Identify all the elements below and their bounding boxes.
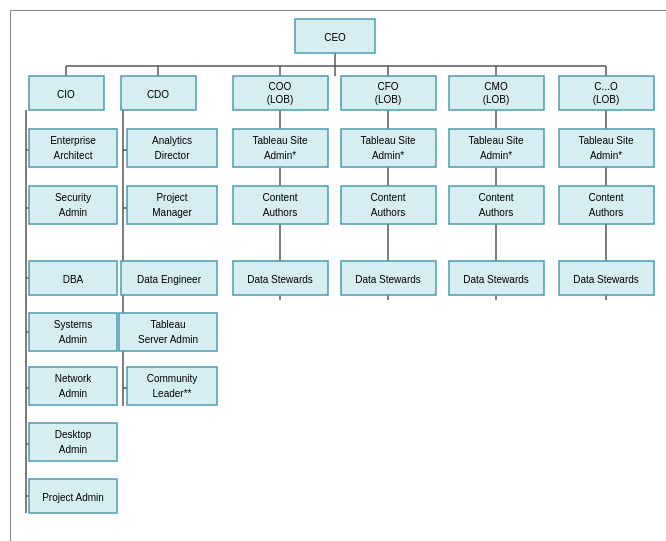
data-stewards-cfo-label: Data Stewards [355,274,421,285]
tableau-site-admin-coo-label-1: Tableau Site [252,135,307,146]
project-admin-label: Project Admin [42,492,104,503]
tableau-site-admin-cfo-label-1: Tableau Site [360,135,415,146]
cmo-lob-label: (LOB) [483,94,510,105]
content-authors-co-label-2: Authors [589,207,623,218]
tableau-site-admin-co-label-1: Tableau Site [578,135,633,146]
tableau-site-admin-coo-label-2: Admin* [264,150,296,161]
network-admin-label-1: Network [55,373,93,384]
desktop-admin-label-2: Admin [59,444,87,455]
content-authors-co-label-1: Content [588,192,623,203]
desktop-admin-label-1: Desktop [55,429,92,440]
tableau-site-admin-co-label-2: Admin* [590,150,622,161]
content-authors-cmo-label-1: Content [478,192,513,203]
systems-admin-label-1: Systems [54,319,92,330]
tableau-site-admin-cfo-label-2: Admin* [372,150,404,161]
content-authors-coo-label-2: Authors [263,207,297,218]
org-chart-container: CEO CIO CDO COO (LOB) CFO (LOB) CMO (LOB… [10,10,666,541]
content-authors-coo-label-1: Content [262,192,297,203]
coo-lob-label: (LOB) [267,94,294,105]
cfo-lob-label: (LOB) [375,94,402,105]
data-stewards-coo-label: Data Stewards [247,274,313,285]
tableau-site-admin-cmo-label-2: Admin* [480,150,512,161]
content-authors-cfo-label-2: Authors [371,207,405,218]
cmo-label: CMO [484,81,508,92]
analytics-director-label-1: Analytics [152,135,192,146]
coo-label: COO [269,81,292,92]
systems-admin-label-2: Admin [59,334,87,345]
community-leader-label-2: Leader** [153,388,192,399]
ceo-label: CEO [324,32,346,43]
security-admin-label-2: Admin [59,207,87,218]
community-leader-label-1: Community [147,373,198,384]
content-authors-cfo-label-1: Content [370,192,405,203]
cio-label: CIO [57,89,75,100]
cdo-label: CDO [147,89,169,100]
dba-label: DBA [63,274,84,285]
network-admin-label-2: Admin [59,388,87,399]
data-stewards-co-label: Data Stewards [573,274,639,285]
data-stewards-cmo-label: Data Stewards [463,274,529,285]
enterprise-architect-label-2: Architect [54,150,93,161]
project-manager-label-2: Manager [152,207,192,218]
tableau-server-admin-label-2: Server Admin [138,334,198,345]
security-admin-label-1: Security [55,192,91,203]
tableau-server-admin-label-1: Tableau [150,319,185,330]
data-engineer-label: Data Engineer [137,274,202,285]
cfo-label: CFO [377,81,398,92]
co-lob-label: (LOB) [593,94,620,105]
co-label: C...O [594,81,618,92]
content-authors-cmo-label-2: Authors [479,207,513,218]
enterprise-architect-label-1: Enterprise [50,135,96,146]
project-manager-label-1: Project [156,192,187,203]
analytics-director-label-2: Director [154,150,190,161]
tableau-site-admin-cmo-label-1: Tableau Site [468,135,523,146]
